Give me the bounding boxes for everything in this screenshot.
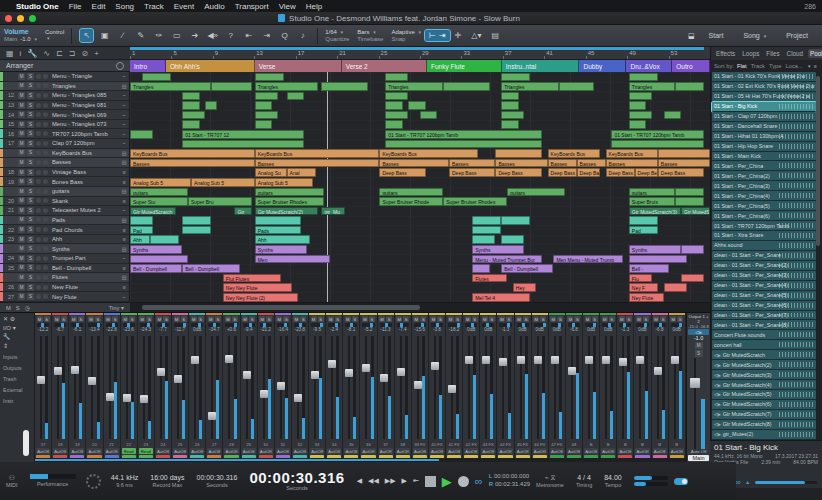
pool-item-01-start-per_china-5-[interactable]: 01 Start - Per_China(5)	[712, 201, 816, 211]
channel-solo-button[interactable]: S	[609, 316, 615, 322]
arranger-section-dubby[interactable]: Dubby	[579, 60, 626, 72]
clip-super-bruiser-rhode[interactable]: Super Bruiser Rhode	[379, 197, 443, 206]
add-track-button[interactable]: +	[94, 49, 99, 58]
channel-pan-slider[interactable]	[140, 323, 152, 327]
clip-analog-su[interactable]: Analog Su	[255, 168, 287, 177]
clip-keyboards-bus[interactable]: KeyBoards Bus	[130, 149, 255, 158]
channel-pan-slider[interactable]	[602, 323, 614, 327]
channel-automation-mode[interactable]: AutOff	[344, 448, 358, 454]
track-mute-button[interactable]: M	[18, 188, 25, 195]
channel-fader[interactable]	[172, 334, 188, 441]
pool-item-gtr-mutedscratch-7-[interactable]: ◁»Gtr MutedScratch(7)	[712, 410, 816, 420]
channel-solo-button[interactable]: S	[592, 316, 598, 322]
track-mute-button[interactable]: M	[18, 102, 25, 109]
clip[interactable]	[501, 111, 524, 120]
track-monitor-button[interactable]	[43, 112, 48, 117]
mixer-channel-B[interactable]: MS-6.8BAutOff	[652, 313, 669, 462]
channel-solo-button[interactable]: S	[626, 316, 632, 322]
clip-pad[interactable]: Pad	[130, 226, 153, 235]
clip-deep-bass[interactable]: Deep Bass	[606, 168, 635, 177]
track-mute-button[interactable]: M	[18, 284, 25, 291]
clip-basses[interactable]: Basses	[379, 159, 449, 168]
clip-deep-bea[interactable]: Deep Bea	[635, 168, 658, 177]
channel-solo-button[interactable]: S	[489, 316, 495, 322]
bend-tool-icon[interactable]: ➔	[188, 29, 201, 42]
main-time-display[interactable]: 00:00:30.316 Seconds	[243, 470, 350, 492]
pool-scrollbar[interactable]	[816, 76, 820, 246]
timeline-ruler[interactable]: 1591317212529333741454953	[130, 47, 710, 60]
channel-fader[interactable]	[652, 334, 668, 441]
arranger-section-verse2[interactable]: Verse 2	[342, 60, 427, 72]
channel-solo-button[interactable]: S	[198, 316, 204, 322]
channel-pan-slider[interactable]	[123, 323, 135, 327]
channel-automation-mode[interactable]: AutOff	[618, 448, 632, 454]
channel-mute-button[interactable]: M	[259, 316, 265, 322]
track-row-flutes[interactable]: MSFlutes▤	[0, 273, 129, 283]
next-bar-button[interactable]: ▶	[402, 477, 407, 485]
clip[interactable]	[675, 82, 704, 91]
channel-solo-button[interactable]: S	[352, 316, 358, 322]
channel-solo-button[interactable]: S	[215, 316, 221, 322]
channel-fader[interactable]	[104, 334, 120, 441]
channel-pan-slider[interactable]	[397, 323, 409, 327]
channel-fader[interactable]	[223, 334, 239, 441]
tempo-sliders[interactable]	[628, 475, 674, 487]
clip-anal[interactable]: Anal	[287, 168, 316, 177]
mixer-channel-B[interactable]: MS0dBBAutOff	[669, 313, 686, 462]
clip[interactable]	[385, 101, 402, 110]
channel-solo-button[interactable]: S	[643, 316, 649, 322]
track-monitor-button[interactable]	[43, 141, 48, 146]
track-solo-button[interactable]: S	[27, 274, 34, 281]
channel-pan-slider[interactable]	[225, 323, 237, 327]
fader-cap[interactable]	[499, 358, 507, 366]
clip[interactable]	[142, 73, 171, 82]
fader-cap[interactable]	[345, 369, 353, 377]
clip-men[interactable]: Men	[255, 255, 330, 264]
track-record-arm-button[interactable]	[36, 275, 41, 280]
channel-solo-button[interactable]: S	[437, 316, 443, 322]
channel-mute-button[interactable]: M	[602, 316, 608, 322]
track-row-skank[interactable]: 20MSSkank≡	[0, 197, 129, 207]
clip[interactable]	[385, 111, 408, 120]
track-size-selector[interactable]: Tiny ▾	[109, 305, 124, 311]
minimize-window-button[interactable]	[17, 15, 24, 22]
channel-mute-button[interactable]: M	[225, 316, 231, 322]
track-solo-button[interactable]: S	[27, 207, 34, 214]
fader-cap[interactable]	[37, 376, 45, 384]
clip-guitars[interactable]: guitars	[130, 188, 188, 197]
fader-cap[interactable]	[174, 375, 182, 383]
arranger-section-ohhahhs[interactable]: Ohh Ahh's	[166, 60, 255, 72]
mixer-instr-label[interactable]: Instr.	[3, 398, 31, 404]
clip-basses[interactable]: Basses	[495, 159, 547, 168]
menu-item-view[interactable]: View	[279, 2, 296, 11]
clip[interactable]	[658, 149, 710, 158]
fader-cap[interactable]	[123, 394, 131, 402]
clip-synths[interactable]: Synths	[629, 245, 681, 254]
channel-mute-button[interactable]: M	[122, 316, 128, 322]
clip-deep-bass[interactable]: Deep Bass	[495, 168, 541, 177]
pool-item-gtr-mutedscratch-5-[interactable]: ◁»Gtr MutedScratch(5)	[712, 390, 816, 400]
channel-automation-mode[interactable]: AutOff	[87, 448, 101, 454]
track-monitor-button[interactable]	[43, 217, 48, 222]
track-mute-button[interactable]: M	[18, 111, 25, 118]
track-solo-button[interactable]: S	[27, 102, 34, 109]
channel-fader[interactable]	[634, 334, 650, 441]
track-monitor-button[interactable]	[43, 265, 48, 270]
fader-cap[interactable]	[243, 371, 251, 379]
track-solo-button[interactable]: S	[27, 178, 34, 185]
speaker-icon[interactable]: ◁»	[714, 401, 721, 407]
track-mute-button[interactable]: M	[18, 92, 25, 99]
loop-range-display[interactable]: L00:00:00.000 R00:02:31.429	[489, 473, 530, 489]
channel-fader[interactable]	[138, 334, 154, 441]
clip-01-start-tr707-12[interactable]: 01 Start - TR707 12	[182, 130, 304, 139]
channel-pan-slider[interactable]	[636, 323, 648, 327]
channel-automation-mode[interactable]: AutOff	[464, 448, 478, 454]
menu-item-song[interactable]: Song	[115, 2, 134, 11]
channel-automation-mode[interactable]: AutOff	[533, 448, 547, 454]
channel-automation-mode[interactable]: AutOff	[361, 448, 375, 454]
clip-flutes[interactable]: Flutes	[472, 274, 507, 283]
clip-ahh[interactable]: Ahh	[255, 235, 310, 244]
channel-automation-mode[interactable]: AutOff	[498, 448, 512, 454]
track-monitor-button[interactable]	[43, 170, 48, 175]
mixer-channel-44FX[interactable]: MS-1.344 FXAutOff	[497, 313, 514, 462]
